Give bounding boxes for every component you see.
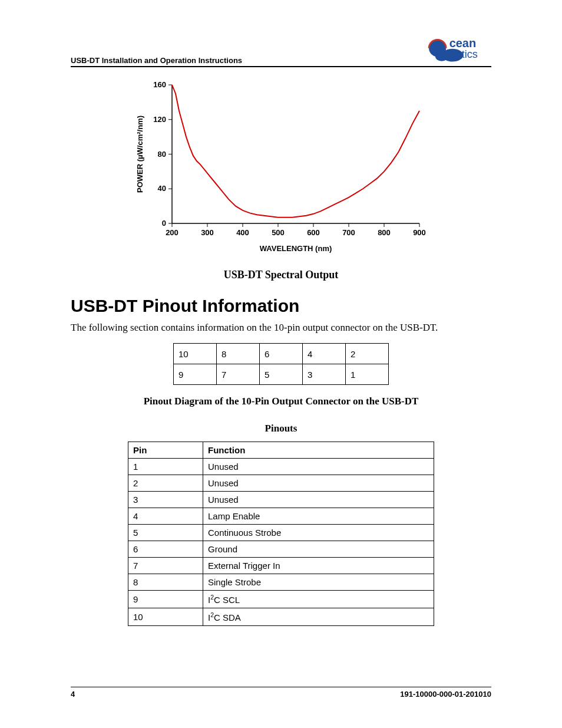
pin-cell: 10 — [174, 344, 217, 364]
svg-text:80: 80 — [158, 150, 166, 159]
pin-cell: 6 — [260, 344, 303, 364]
table-row: 8Single Strobe — [128, 574, 434, 591]
page-footer: 4 191-10000-000-01-201010 — [71, 687, 491, 699]
table-row: 3Unused — [128, 492, 434, 508]
cell-pin: 9 — [128, 591, 203, 608]
section-heading: USB-DT Pinout Information — [71, 296, 491, 316]
cell-pin: 10 — [128, 608, 203, 626]
pin-cell: 4 — [303, 344, 346, 364]
chart-caption: USB-DT Spectral Output — [71, 269, 491, 281]
spectral-output-chart: 20030040050060070080090004080120160WAVEL… — [131, 79, 431, 256]
table-row: 6Ground — [128, 541, 434, 558]
logo-text-top: cean — [449, 37, 477, 50]
table-row: 10I2C SDA — [128, 608, 434, 626]
svg-text:40: 40 — [158, 184, 166, 193]
cell-pin: 5 — [128, 525, 203, 541]
svg-text:900: 900 — [413, 228, 426, 237]
cell-pin: 4 — [128, 508, 203, 525]
table-row: 7External Trigger In — [128, 558, 434, 574]
svg-text:600: 600 — [307, 228, 320, 237]
cell-function: Single Strobe — [203, 574, 434, 591]
svg-text:POWER (µW/cm²/nm): POWER (µW/cm²/nm) — [135, 116, 144, 193]
pin-cell: 1 — [346, 364, 389, 385]
pin-cell: 2 — [346, 344, 389, 364]
table-row: 9I2C SCL — [128, 591, 434, 608]
cell-function: Lamp Enable — [203, 508, 434, 525]
svg-text:500: 500 — [272, 228, 285, 237]
cell-function: Unused — [203, 475, 434, 492]
cell-function: Continuous Strobe — [203, 525, 434, 541]
svg-text:700: 700 — [342, 228, 355, 237]
svg-text:120: 120 — [153, 115, 166, 124]
page-number: 4 — [71, 690, 75, 699]
doc-number: 191-10000-000-01-201010 — [400, 690, 491, 699]
pin-cell: 8 — [217, 344, 260, 364]
spectral-chart-container: 20030040050060070080090004080120160WAVEL… — [71, 79, 491, 281]
svg-text:WAVELENGTH (nm): WAVELENGTH (nm) — [260, 244, 332, 253]
table-row: 2Unused — [128, 475, 434, 492]
svg-point-2 — [435, 52, 448, 61]
svg-text:400: 400 — [236, 228, 249, 237]
section-intro: The following section contains informati… — [71, 322, 491, 334]
table-row: 4Lamp Enable — [128, 508, 434, 525]
pinouts-function-table: Pin Function 1Unused2Unused3Unused4Lamp … — [128, 442, 434, 626]
pinouts-title: Pinouts — [71, 423, 491, 434]
cell-function: I2C SCL — [203, 591, 434, 608]
svg-text:160: 160 — [153, 80, 166, 89]
cell-function: Ground — [203, 541, 434, 558]
cell-function: I2C SDA — [203, 608, 434, 626]
cell-pin: 6 — [128, 541, 203, 558]
pin-cell: 9 — [174, 364, 217, 385]
svg-text:800: 800 — [378, 228, 391, 237]
cell-pin: 3 — [128, 492, 203, 508]
cell-function: Unused — [203, 459, 434, 475]
svg-text:300: 300 — [201, 228, 214, 237]
ocean-optics-logo: cean ptics — [427, 35, 491, 65]
table-row: 1Unused — [128, 459, 434, 475]
pin-grid-table: 10 8 6 4 2 9 7 5 3 1 — [173, 343, 389, 385]
pin-cell: 5 — [260, 364, 303, 385]
pin-grid-caption: Pinout Diagram of the 10-Pin Output Conn… — [71, 396, 491, 407]
pin-cell: 7 — [217, 364, 260, 385]
cell-pin: 7 — [128, 558, 203, 574]
svg-text:0: 0 — [162, 219, 166, 228]
cell-function: Unused — [203, 492, 434, 508]
table-row: 5Continuous Strobe — [128, 525, 434, 541]
svg-text:200: 200 — [166, 228, 178, 237]
pin-cell: 3 — [303, 364, 346, 385]
cell-function: External Trigger In — [203, 558, 434, 574]
th-function: Function — [203, 442, 434, 459]
th-pin: Pin — [128, 442, 203, 459]
cell-pin: 8 — [128, 574, 203, 591]
header-title: USB-DT Installation and Operation Instru… — [71, 56, 242, 65]
cell-pin: 2 — [128, 475, 203, 492]
cell-pin: 1 — [128, 459, 203, 475]
page-header: USB-DT Installation and Operation Instru… — [71, 35, 491, 67]
logo-text-bottom: ptics — [456, 48, 478, 60]
